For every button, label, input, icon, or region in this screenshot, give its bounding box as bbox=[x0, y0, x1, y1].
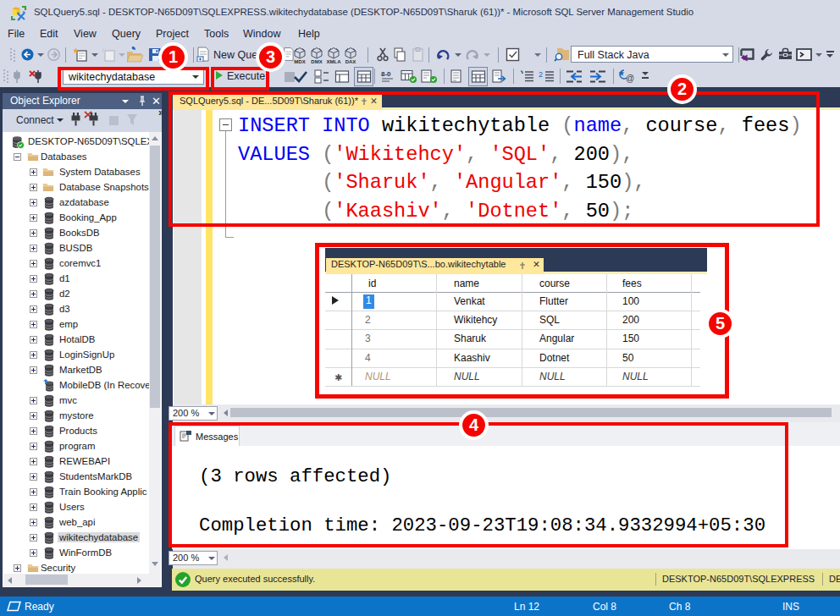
svg-text:2: 2 bbox=[539, 70, 543, 79]
svg-text:XMLA: XMLA bbox=[327, 59, 342, 64]
svg-text:8-0: 8-0 bbox=[381, 70, 391, 78]
svg-text:DMX: DMX bbox=[311, 59, 322, 64]
svg-text:MDX: MDX bbox=[294, 59, 305, 64]
svg-text:@: @ bbox=[626, 74, 634, 83]
svg-text:DAX: DAX bbox=[345, 59, 356, 64]
